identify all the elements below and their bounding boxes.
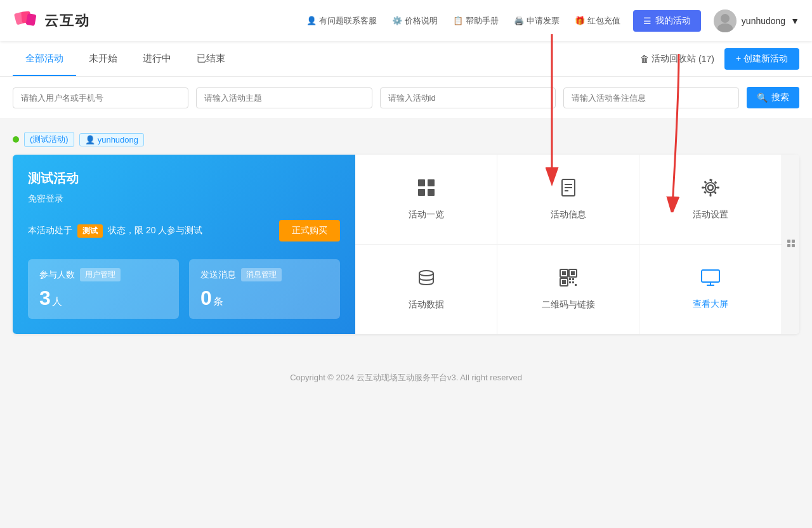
svg-rect-36 [572,281,574,283]
card-subtitle: 免密登录 [28,193,340,205]
svg-rect-19 [710,194,712,196]
nav-links: 👤 有问题联系客服 ⚙️ 价格说明 📋 帮助手册 🖨️ 申请发票 🎁 红包充值 [306,15,620,27]
svg-rect-41 [787,240,790,243]
logo-text: 云互动 [44,11,90,30]
svg-rect-8 [418,179,425,186]
buy-button[interactable]: 正式购买 [279,220,340,241]
participants-count: 3人 [39,287,167,310]
search-username-input[interactable] [13,87,188,108]
svg-rect-43 [787,244,790,247]
search-bar: 🔍 搜索 [0,77,812,119]
nav-recharge[interactable]: 🎁 红包充值 [575,15,620,27]
avatar [714,10,737,32]
svg-rect-38 [702,270,719,282]
my-activities-button[interactable]: ☰ 我的活动 [633,10,701,32]
messages-stat: 发送消息 消息管理 0条 [189,259,340,319]
status-dot [13,136,19,143]
nav-customer-service[interactable]: 👤 有问题联系客服 [306,15,377,27]
svg-rect-22 [704,181,707,184]
action-label-settings: 活动设置 [693,209,728,221]
logo-area: 云互动 [13,8,90,34]
status-prefix: 本活动处于 [28,225,72,236]
action-activity-info[interactable]: 活动信息 [497,155,639,245]
qr-icon [559,268,578,292]
participants-header: 参与人数 用户管理 [39,268,167,281]
list-icon: ☰ [643,16,652,26]
main-content: (测试活动) 👤 yunhudong 测试活动 免密登录 本活动处于 [0,119,812,347]
action-label-screen: 查看大屏 [693,299,728,310]
gear-icon [701,178,720,202]
svg-rect-11 [428,189,435,196]
action-label-overview: 活动一览 [409,209,444,221]
svg-rect-9 [428,179,435,186]
search-button[interactable]: 🔍 搜索 [747,87,799,108]
header: 云互动 👤 有问题联系客服 ⚙️ 价格说明 📋 帮助手册 🖨️ 申请发票 🎁 红… [0,0,812,41]
side-toggle-button[interactable] [782,155,799,334]
dropdown-icon: ▼ [790,16,799,26]
monitor-icon [700,269,721,291]
activity-card: 测试活动 免密登录 本活动处于 测试 状态，限 20 人参与测试 正式购买 参与… [13,155,799,334]
search-theme-input[interactable] [196,87,372,108]
doc-icon [560,178,577,202]
action-qr-link[interactable]: 二维码与链接 [497,245,639,335]
svg-rect-21 [717,186,719,188]
svg-rect-28 [562,271,566,275]
activity-type-tag: (测试活动) [24,132,74,147]
logo-icon [13,8,39,34]
tab-not-started[interactable]: 未开始 [76,42,130,76]
gift-icon: 🎁 [575,16,585,25]
svg-rect-33 [569,278,571,280]
participants-stat: 参与人数 用户管理 3人 [28,259,179,319]
svg-rect-20 [702,186,704,188]
card-stats: 参与人数 用户管理 3人 发送消息 消息管理 0条 [28,259,340,319]
svg-rect-37 [575,284,577,286]
svg-rect-10 [418,189,425,196]
tab-ended[interactable]: 已结束 [184,42,238,76]
messages-label: 发送消息 [200,269,236,281]
test-badge: 测试 [77,224,103,238]
recycle-bin-button[interactable]: 🗑 活动回收站 (17) [640,53,714,65]
svg-rect-34 [572,278,574,280]
svg-rect-18 [710,179,712,181]
action-view-screen[interactable]: 查看大屏 [639,245,782,335]
svg-rect-42 [792,240,795,243]
tab-all-activities[interactable]: 全部活动 [13,42,76,76]
card-status-row: 本活动处于 测试 状态，限 20 人参与测试 正式购买 [28,220,340,241]
action-activity-overview[interactable]: 活动一览 [355,155,497,245]
action-activity-data[interactable]: 活动数据 [355,245,497,335]
activity-card-wrapper: 测试活动 免密登录 本活动处于 测试 状态，限 20 人参与测试 正式购买 参与… [13,155,799,334]
svg-rect-32 [562,280,566,284]
tab-in-progress[interactable]: 进行中 [130,42,184,76]
search-id-input[interactable] [380,87,556,108]
card-title: 测试活动 [28,170,340,187]
nav-pricing[interactable]: ⚙️ 价格说明 [392,15,438,27]
action-label-data: 活动数据 [409,299,444,311]
message-management-button[interactable]: 消息管理 [241,268,282,281]
action-activity-settings[interactable]: 活动设置 [639,155,782,245]
card-right-panel: 活动一览 活动信息 [355,155,782,334]
user-tag: 👤 yunhudong [79,133,144,146]
nav-invoice[interactable]: 🖨️ 申请发票 [514,15,560,27]
participants-unit: 人 [52,296,62,307]
database-icon [417,268,436,292]
messages-unit: 条 [213,296,223,307]
user-tag-icon: 👤 [85,135,95,145]
messages-count: 0条 [200,287,329,310]
svg-point-4 [721,14,730,23]
user-management-button[interactable]: 用户管理 [80,268,121,281]
side-toggle-icon [786,237,796,252]
nav-help[interactable]: 📋 帮助手册 [453,15,499,27]
user-area[interactable]: yunhudong ▼ [714,10,799,32]
tabs-bar: 全部活动 未开始 进行中 已结束 🗑 活动回收站 (17) + 创建新活动 [0,41,812,77]
search-icon: 🔍 [757,93,768,103]
search-note-input[interactable] [563,87,739,108]
card-left-panel: 测试活动 免密登录 本活动处于 测试 状态，限 20 人参与测试 正式购买 参与… [13,155,355,334]
grid-icon [417,178,436,202]
footer: Copyright © 2024 云互动现场互动服务平台v3. All righ… [0,347,812,409]
create-activity-button[interactable]: + 创建新活动 [724,48,799,70]
svg-point-26 [419,271,433,276]
svg-rect-30 [571,271,575,275]
copyright-text: Copyright © 2024 云互动现场互动服务平台v3. All righ… [290,373,522,382]
person-icon: 👤 [306,16,317,25]
action-label-info: 活动信息 [551,209,586,221]
